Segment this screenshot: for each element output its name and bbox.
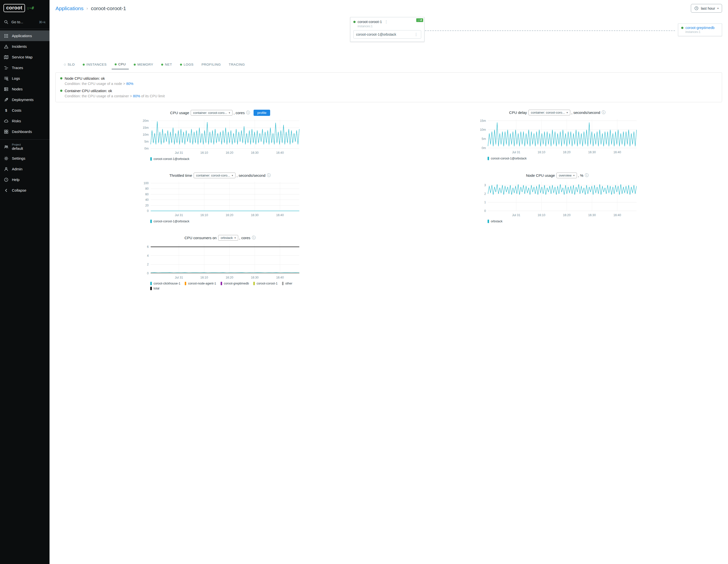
legend-swatch (150, 220, 152, 223)
svg-text:16:40: 16:40 (276, 213, 284, 217)
svg-text:?: ? (5, 179, 7, 181)
project-switcher[interactable]: Project default (0, 141, 50, 153)
sidebar-item-label: Risks (12, 119, 21, 123)
status-dot-green (115, 63, 117, 65)
cpu-checks-panel: Node CPU utilization: ok Condition: the … (55, 72, 722, 102)
svg-text:16:10: 16:10 (200, 213, 208, 217)
legend-item[interactable]: orbstack (488, 220, 502, 223)
sidebar-item-help[interactable]: ? Help (0, 174, 50, 185)
legend-swatch (253, 282, 255, 285)
svg-text:Jul 31: Jul 31 (175, 213, 183, 217)
svg-text:20: 20 (145, 204, 149, 207)
instance-coroot-coroot-1-orbstack[interactable]: coroot-coroot-1@orbstack ⋮ (353, 30, 421, 39)
chart-legend: coroot-clickhouse-1coroot-node-agent-1co… (138, 282, 302, 290)
sidebar-item-admin[interactable]: Admin (0, 164, 50, 174)
apps-icon (4, 34, 8, 38)
legend-swatch (185, 282, 186, 285)
tab-slo[interactable]: SLO (61, 60, 78, 69)
chart-legend: coroot-coroot-1@orbstack (138, 157, 302, 161)
app-node-coroot-coroot-1[interactable]: :~# coroot-coroot-1 ⋮ instances:1 coroot… (350, 17, 424, 42)
sidebar-item-service-map[interactable]: Service Map (0, 52, 50, 62)
tab-instances[interactable]: INSTANCES (80, 60, 110, 69)
series-selector[interactable]: container: coroot-coro... ▾ (528, 110, 570, 115)
goto-search[interactable]: Go to... ⌘+k (0, 16, 50, 28)
sidebar-item-label: Deployments (12, 98, 34, 102)
sidebar-item-settings[interactable]: Settings (0, 153, 50, 164)
threshold-link[interactable]: 80% (126, 82, 133, 86)
info-icon[interactable]: ⓘ (267, 173, 271, 178)
threshold-link[interactable]: 80% (133, 94, 140, 98)
series-selector[interactable]: container: coroot-coro... ▾ (194, 173, 235, 178)
legend-item[interactable]: coroot-coroot-1@orbstack (150, 157, 189, 161)
legend-item[interactable]: coroot-greptimedb (221, 282, 249, 285)
sidebar-item-deployments[interactable]: Deployments (0, 94, 50, 105)
svg-text:16:10: 16:10 (200, 276, 208, 279)
info-icon[interactable]: ⓘ (585, 173, 589, 178)
profile-button[interactable]: profile (254, 110, 270, 116)
legend-item[interactable]: coroot-clickhouse-1 (150, 282, 180, 285)
sidebar-item-incidents[interactable]: Incidents (0, 41, 50, 52)
coroot-logo[interactable]: coroot :~# (0, 0, 50, 16)
time-range-picker[interactable]: last hour ▾ (691, 4, 722, 13)
legend-label: coroot-coroot-1@orbstack (154, 157, 189, 161)
chart-unit: , cores (234, 111, 245, 115)
sidebar-item-nodes[interactable]: Nodes (0, 84, 50, 94)
tab-label: NET (165, 63, 172, 66)
chart-legend: coroot-coroot-1@orbstack (476, 157, 639, 160)
kebab-menu-icon[interactable]: ⋮ (384, 20, 389, 24)
logo-text: coroot (3, 4, 25, 12)
legend-item[interactable]: coroot-node-agent-1 (185, 282, 216, 285)
legend-label: coroot-coroot-1@orbstack (491, 157, 527, 160)
app-node-coroot-greptimedb[interactable]: coroot-greptimedb instances:1 (678, 24, 722, 36)
svg-text:5m: 5m (144, 140, 149, 143)
sidebar-item-label: Admin (12, 167, 23, 171)
series-selector[interactable]: container: coroot-coro... ▾ (191, 110, 233, 116)
kebab-menu-icon[interactable]: ⋮ (414, 32, 418, 37)
tab-profiling[interactable]: PROFILING (199, 60, 224, 69)
svg-text:0: 0 (147, 271, 149, 275)
series-selector[interactable]: orbstack ▾ (218, 235, 238, 241)
sidebar-item-applications[interactable]: Applications (0, 30, 50, 41)
svg-text:20m: 20m (143, 119, 149, 123)
svg-text:16:30: 16:30 (251, 151, 259, 154)
legend-item[interactable]: coroot-coroot-1@orbstack (488, 157, 527, 160)
map-icon (4, 55, 8, 59)
legend-item[interactable]: total (150, 287, 159, 290)
legend-item[interactable]: coroot-coroot-1@orbstack (150, 220, 189, 223)
tab-label: MEMORY (137, 63, 153, 66)
tab-cpu[interactable]: CPU (112, 60, 129, 69)
info-icon[interactable]: ⓘ (252, 235, 256, 240)
linked-node-title[interactable]: coroot-greptimedb (685, 26, 715, 30)
status-dot (353, 21, 356, 23)
sidebar-item-risks[interactable]: Risks (0, 116, 50, 126)
tab-tracing[interactable]: TRACING (226, 60, 248, 69)
linked-node-instances: instances:1 (685, 30, 719, 34)
sidebar-item-dashboards[interactable]: Dashboards (0, 126, 50, 137)
status-dot-green (60, 90, 62, 92)
chart-svg: Jul 3116:1016:2016:3016:400m5m10m15m (476, 117, 639, 156)
legend-item[interactable]: coroot-coroot-1 (253, 282, 278, 285)
series-selector[interactable]: overview ▾ (556, 173, 577, 178)
svg-text:40: 40 (145, 198, 149, 202)
info-icon[interactable]: ⓘ (246, 110, 250, 115)
chart-canvas: Jul 3116:1016:2016:3016:400246 (138, 242, 302, 281)
tab-memory[interactable]: MEMORY (131, 60, 156, 69)
info-icon[interactable]: ⓘ (602, 110, 606, 115)
svg-text:1: 1 (484, 201, 486, 204)
legend-swatch (150, 287, 152, 290)
svg-text:10m: 10m (480, 128, 486, 131)
tab-net[interactable]: NET (158, 60, 175, 69)
server-icon (4, 87, 8, 91)
tab-label: PROFILING (202, 63, 221, 66)
legend-item[interactable]: other (282, 282, 292, 285)
check-condition: Condition: the CPU usage of a container … (65, 94, 717, 98)
tab-logs[interactable]: LOGS (177, 60, 197, 69)
sidebar-item-logs[interactable]: Logs (0, 73, 50, 84)
check-node-cpu: Node CPU utilization: ok Condition: the … (60, 76, 717, 86)
sidebar-item-collapse[interactable]: Collapse (0, 185, 50, 196)
sidebar-item-traces[interactable]: Traces (0, 62, 50, 73)
breadcrumb-applications-link[interactable]: Applications (55, 5, 83, 11)
legend-swatch (488, 220, 489, 223)
chevron-down-icon: ▾ (229, 111, 230, 114)
sidebar-item-costs[interactable]: $ Costs (0, 105, 50, 116)
